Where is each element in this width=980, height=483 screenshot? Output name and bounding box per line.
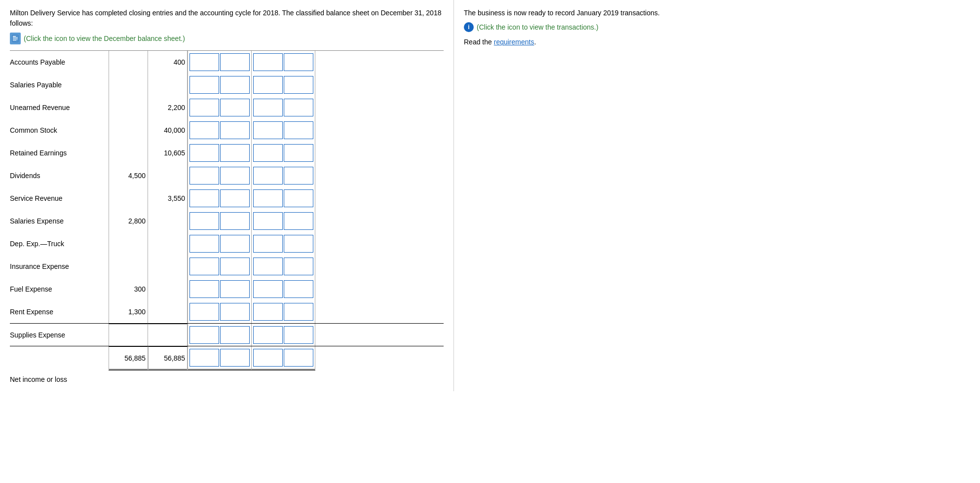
input-col1 <box>188 142 251 164</box>
right-intro-text: The business is now ready to record Janu… <box>464 8 970 18</box>
total-input-2b[interactable] <box>284 349 313 367</box>
input-1a[interactable] <box>189 76 219 94</box>
input-col2 <box>251 210 315 232</box>
input-2a[interactable] <box>253 167 283 185</box>
input-2a[interactable] <box>253 280 283 298</box>
table-row: Accounts Payable 400 <box>10 51 444 74</box>
input-1b[interactable] <box>220 258 250 275</box>
input-1b[interactable] <box>220 303 250 321</box>
input-col1 <box>188 278 251 300</box>
input-1b[interactable] <box>220 76 250 94</box>
debit-value <box>109 255 148 278</box>
input-1b[interactable] <box>220 280 250 298</box>
table-row: Dep. Exp.—Truck <box>10 232 444 255</box>
balance-sheet-link-text: (Click the icon to view the December bal… <box>24 35 185 42</box>
table-row: Retained Earnings 10,605 <box>10 142 444 164</box>
input-col1 <box>188 119 251 142</box>
input-2b[interactable] <box>284 280 313 298</box>
input-2b[interactable] <box>284 53 313 71</box>
input-1b[interactable] <box>220 189 250 207</box>
input-2b[interactable] <box>284 144 313 162</box>
input-1a[interactable] <box>189 167 219 185</box>
input-1a[interactable] <box>189 121 219 139</box>
input-2b[interactable] <box>284 76 313 94</box>
input-1a[interactable] <box>189 326 219 344</box>
input-col2 <box>251 119 315 142</box>
input-1a[interactable] <box>189 144 219 162</box>
info-icon: i <box>464 22 474 32</box>
input-2b[interactable] <box>284 235 313 253</box>
account-name: Service Revenue <box>10 194 109 202</box>
input-1b[interactable] <box>220 53 250 71</box>
input-2b[interactable] <box>284 121 313 139</box>
credit-value <box>148 232 188 255</box>
requirements-link[interactable]: requirements <box>494 38 534 46</box>
input-1a[interactable] <box>189 303 219 321</box>
input-2b[interactable] <box>284 303 313 321</box>
input-col2 <box>251 278 315 300</box>
read-requirements: Read the requirements. <box>464 38 970 46</box>
credit-value <box>148 278 188 300</box>
credit-value <box>148 300 188 323</box>
input-1b[interactable] <box>220 167 250 185</box>
credit-value: 3,550 <box>148 187 188 210</box>
debit-value: 4,500 <box>109 164 148 187</box>
input-col2 <box>251 187 315 210</box>
input-2a[interactable] <box>253 189 283 207</box>
input-1a[interactable] <box>189 258 219 275</box>
total-inputs-col1 <box>188 346 251 371</box>
input-2b[interactable] <box>284 189 313 207</box>
input-col2 <box>251 300 315 323</box>
input-col2 <box>251 142 315 164</box>
account-name: Dividends <box>10 172 109 180</box>
transactions-link-text: (Click the icon to view the transactions… <box>477 23 599 31</box>
total-inputs-col2 <box>251 346 315 371</box>
svg-rect-2 <box>13 37 18 38</box>
input-2a[interactable] <box>253 326 283 344</box>
svg-rect-3 <box>13 39 18 39</box>
input-2b[interactable] <box>284 99 313 116</box>
credit-value <box>148 164 188 187</box>
balance-sheet-link[interactable]: (Click the icon to view the December bal… <box>10 33 444 44</box>
input-1a[interactable] <box>189 280 219 298</box>
table-row: Service Revenue 3,550 <box>10 187 444 210</box>
input-2a[interactable] <box>253 235 283 253</box>
input-1a[interactable] <box>189 53 219 71</box>
svg-rect-4 <box>13 40 16 40</box>
input-col1 <box>188 210 251 232</box>
input-1b[interactable] <box>220 144 250 162</box>
input-2a[interactable] <box>253 303 283 321</box>
total-input-1a[interactable] <box>189 349 219 367</box>
input-2a[interactable] <box>253 212 283 230</box>
total-input-2a[interactable] <box>253 349 283 367</box>
input-2a[interactable] <box>253 99 283 116</box>
input-1b[interactable] <box>220 212 250 230</box>
input-1a[interactable] <box>189 189 219 207</box>
account-name: Retained Earnings <box>10 149 109 157</box>
input-1a[interactable] <box>189 212 219 230</box>
input-1a[interactable] <box>189 99 219 116</box>
input-2a[interactable] <box>253 144 283 162</box>
input-1b[interactable] <box>220 99 250 116</box>
total-input-1b[interactable] <box>220 349 250 367</box>
input-1b[interactable] <box>220 235 250 253</box>
req-period: . <box>534 38 536 46</box>
input-2b[interactable] <box>284 326 313 344</box>
input-2a[interactable] <box>253 53 283 71</box>
input-2a[interactable] <box>253 258 283 275</box>
input-1b[interactable] <box>220 121 250 139</box>
account-name: Accounts Payable <box>10 58 109 66</box>
input-2b[interactable] <box>284 212 313 230</box>
input-1b[interactable] <box>220 326 250 344</box>
input-2b[interactable] <box>284 258 313 275</box>
account-name: Common Stock <box>10 126 109 134</box>
input-col2 <box>251 232 315 255</box>
input-1a[interactable] <box>189 235 219 253</box>
input-col2 <box>251 255 315 278</box>
total-credit: 56,885 <box>148 346 188 371</box>
input-2b[interactable] <box>284 167 313 185</box>
input-2a[interactable] <box>253 121 283 139</box>
transactions-link[interactable]: i (Click the icon to view the transactio… <box>464 22 970 32</box>
input-2a[interactable] <box>253 76 283 94</box>
input-col1 <box>188 164 251 187</box>
